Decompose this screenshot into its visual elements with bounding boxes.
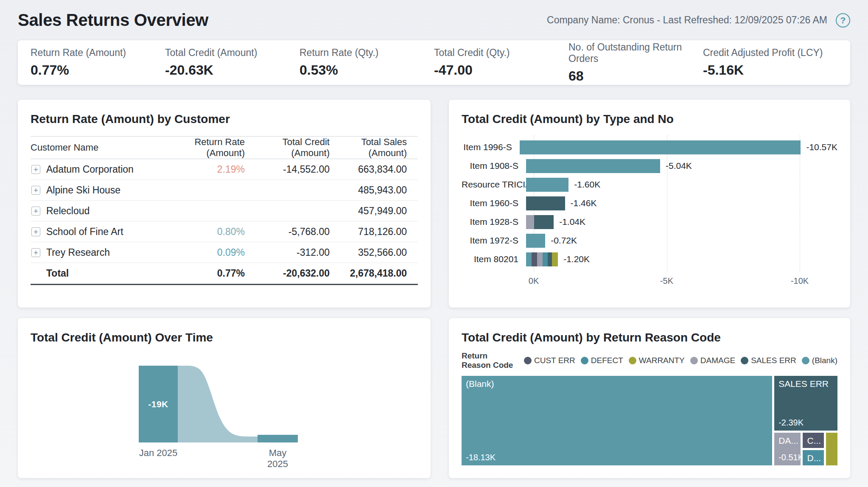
bar-row: Item 1928-S-1.04K [462, 213, 837, 231]
bar-segment[interactable] [534, 215, 554, 229]
page-header: Sales Returns Overview Company Name: Cro… [18, 0, 850, 40]
treemap-block[interactable]: D... [803, 450, 824, 465]
kpi-card-item: Return Rate (Amount)0.77% [31, 47, 165, 78]
customer-name-cell: Trey Research [31, 247, 171, 258]
total-sales-value: 718,126.00 [330, 226, 418, 238]
bar-segment[interactable] [543, 252, 548, 266]
treemap-block-label: SALES ERR [778, 379, 829, 389]
sales-returns-dashboard: Sales Returns Overview Company Name: Cro… [0, 0, 868, 478]
kpi-label: Return Rate (Amount) [31, 47, 165, 59]
credit-by-reason-card: Total Credit (Amount) by Return Reason C… [449, 318, 850, 478]
column-header-credit[interactable]: Total Credit (Amount) [245, 137, 330, 159]
bar[interactable] [526, 234, 545, 248]
legend-item[interactable]: WARRANTY [629, 356, 685, 365]
total-sales-value: 485,943.00 [330, 185, 418, 196]
kpi-strip: Return Rate (Amount)0.77%Total Credit (A… [18, 40, 850, 85]
header-right: Company Name: Cronus - Last Refreshed: 1… [547, 13, 850, 28]
bar[interactable] [526, 178, 568, 192]
table-row[interactable]: School of Fine Art0.80%-5,768.00718,126.… [31, 221, 418, 242]
total-sales-value: 352,566.00 [330, 247, 418, 258]
bar-category-label: Resource TRICIA [462, 179, 526, 190]
legend-title: Return Reason Code [462, 351, 516, 370]
table-body: Adatum Corporation2.19%-14,552.00663,834… [31, 159, 418, 285]
bar-segment[interactable] [526, 234, 545, 248]
customer-table-card: Return Rate (Amount) by Customer Custome… [18, 100, 431, 308]
ribbon-flow-shape [178, 366, 258, 442]
bar-segment[interactable] [532, 252, 538, 266]
bar[interactable] [526, 196, 565, 210]
bar-segment[interactable] [548, 252, 552, 266]
customer-name: Adatum Corporation [46, 164, 134, 175]
kpi-value: -20.63K [165, 62, 300, 78]
legend-item[interactable]: CUST ERR [524, 356, 575, 365]
ribbon-chart: -19K Jan 2025 May 2025 [31, 348, 418, 469]
column-header-rate[interactable]: Return Rate (Amount) [171, 137, 245, 159]
table-row[interactable]: Adatum Corporation2.19%-14,552.00663,834… [31, 159, 418, 180]
bar-chart: Item 1996-S-10.57KItem 1908-S-5.04KResou… [462, 135, 837, 295]
report-grid: Return Rate (Amount) by Customer Custome… [18, 100, 850, 478]
kpi-card-item: No. of Outstanding Return Orders68 [568, 42, 703, 84]
kpi-label: Total Credit (Amount) [165, 47, 300, 59]
bar[interactable] [526, 252, 558, 266]
bar-segment[interactable] [526, 178, 568, 192]
help-icon[interactable]: ? [836, 13, 850, 28]
bar-row: Item 1960-S-1.46K [462, 194, 837, 213]
bar-category-label: Item 1960-S [462, 198, 526, 208]
legend-item[interactable]: SALES ERR [741, 356, 796, 365]
legend-dot [581, 357, 588, 364]
bar-segment[interactable] [520, 140, 801, 154]
total-rate-value: 0.77% [171, 268, 245, 279]
expand-icon[interactable] [31, 227, 40, 236]
treemap-block[interactable]: (Blank)-18.13K [462, 376, 772, 465]
table-total-row: Total0.77%-20,632.002,678,418.00 [31, 263, 418, 285]
bar[interactable] [526, 159, 660, 173]
bar-segment[interactable] [526, 196, 565, 210]
treemap-block[interactable]: C... [803, 433, 824, 448]
treemap-legend: Return Reason Code CUST ERRDEFECTWARRANT… [462, 351, 837, 370]
table-row[interactable]: Alpine Ski House485,943.00 [31, 180, 418, 201]
over-time-title: Total Credit (Amount) Over Time [31, 331, 418, 344]
table-row[interactable]: Trey Research0.09%-312.00352,566.00 [31, 242, 418, 263]
expand-icon[interactable] [31, 248, 40, 257]
bar[interactable] [526, 215, 554, 229]
bar-value-label: -1.04K [559, 217, 585, 227]
bar-category-label: Item 1972-S [462, 235, 526, 246]
x-axis-label-may: May 2025 [258, 448, 298, 470]
expand-icon[interactable] [31, 207, 40, 216]
expand-icon[interactable] [31, 186, 40, 195]
legend-item[interactable]: DEFECT [581, 356, 623, 365]
legend-dot [690, 357, 698, 364]
kpi-label: Credit Adjusted Profit (LCY) [703, 47, 837, 59]
total-sales-total: 2,678,418.00 [330, 268, 418, 279]
customer-name: Trey Research [46, 247, 110, 258]
bar-category-label: Item 80201 [462, 254, 526, 264]
return-rate-value: 0.09% [171, 247, 245, 258]
treemap-block-value: -18.13K [466, 453, 496, 462]
bar-segment[interactable] [526, 215, 534, 229]
treemap-block-value: -2.39K [778, 418, 804, 428]
treemap-block-label: DA... [778, 436, 798, 446]
bar-segment[interactable] [537, 252, 543, 266]
ribbon-bar-may[interactable] [258, 435, 298, 442]
legend-item[interactable]: (Blank) [802, 356, 837, 365]
ribbon-bar-jan[interactable]: -19K [139, 366, 178, 442]
column-header-sales[interactable]: Total Sales (Amount) [330, 137, 418, 159]
treemap-block[interactable]: DA...-0.51K [774, 433, 801, 465]
x-axis-tick: 0K [529, 276, 539, 286]
table-row[interactable]: Relecloud457,949.00 [31, 201, 418, 221]
kpi-value: -5.16K [703, 62, 837, 78]
expand-icon[interactable] [31, 165, 40, 174]
column-header-customer[interactable]: Customer Name [31, 142, 171, 153]
total-label: Total [31, 268, 171, 279]
bar-segment[interactable] [552, 252, 558, 266]
legend-item[interactable]: DAMAGE [690, 356, 735, 365]
page-title: Sales Returns Overview [18, 11, 208, 30]
bar-segment[interactable] [526, 159, 660, 173]
customer-name: Relecloud [46, 205, 90, 217]
bar-row: Item 1908-S-5.04K [462, 157, 837, 175]
bar-segment[interactable] [526, 252, 532, 266]
treemap-block[interactable]: SALES ERR-2.39K [774, 376, 837, 431]
return-rate-value: 2.19% [171, 164, 245, 175]
bar[interactable] [520, 140, 801, 154]
treemap-block[interactable] [826, 433, 837, 465]
